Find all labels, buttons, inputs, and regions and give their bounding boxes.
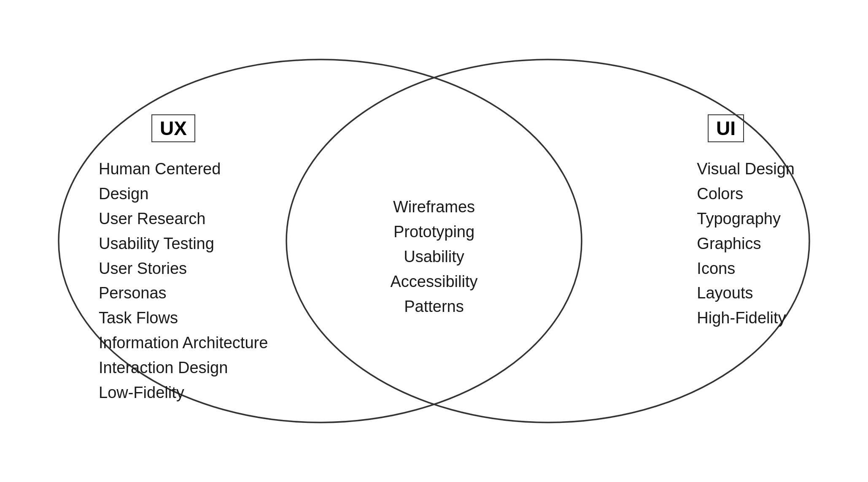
ux-title-wrap: UX xyxy=(151,114,195,155)
ui-item-7: High-Fidelity xyxy=(697,306,795,330)
ui-items-list: Visual Design Colors Typography Graphics… xyxy=(697,157,795,330)
ui-item-2: Colors xyxy=(697,181,795,206)
shared-item-5: Patterns xyxy=(391,294,478,319)
shared-item-2: Prototyping xyxy=(391,219,478,244)
ui-label: UI xyxy=(708,114,744,142)
shared-items-list: Wireframes Prototyping Usability Accessi… xyxy=(391,195,478,319)
ui-item-6: Layouts xyxy=(697,281,795,306)
ux-label: UX xyxy=(151,114,195,142)
ux-items-list: Human Centered Design User Research Usab… xyxy=(99,157,268,405)
ui-title-wrap: UI xyxy=(708,114,744,155)
shared-item-4: Accessibility xyxy=(391,269,478,294)
venn-diagram: UX UI Human Centered Design User Researc… xyxy=(33,34,835,448)
ui-item-5: Icons xyxy=(697,256,795,281)
shared-item-1: Wireframes xyxy=(391,195,478,219)
ux-item-5: User Stories xyxy=(99,256,268,281)
ux-item-6: Personas xyxy=(99,281,268,306)
ux-item-9: Interaction Design xyxy=(99,355,268,380)
ui-item-3: Typography xyxy=(697,206,795,231)
ux-item-8: Information Architecture xyxy=(99,330,268,355)
ux-item-4: Usability Testing xyxy=(99,231,268,256)
ux-item-10: Low-Fidelity xyxy=(99,380,268,405)
ui-item-1: Visual Design xyxy=(697,157,795,181)
ux-item-3: User Research xyxy=(99,206,268,231)
shared-item-3: Usability xyxy=(391,244,478,269)
ux-item-7: Task Flows xyxy=(99,306,268,330)
ui-item-4: Graphics xyxy=(697,231,795,256)
ux-item-1: Human Centered xyxy=(99,157,268,181)
ux-item-2: Design xyxy=(99,181,268,206)
